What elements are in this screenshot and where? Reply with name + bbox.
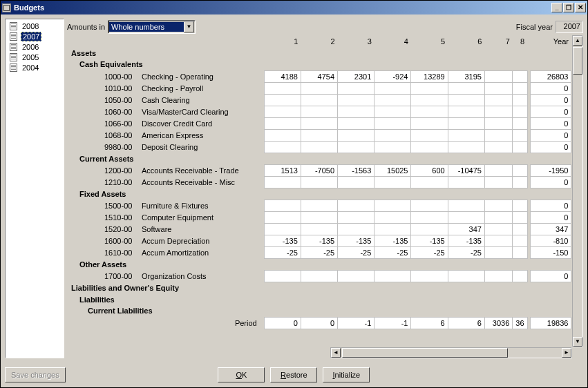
budget-cell[interactable] xyxy=(448,270,484,282)
sidebar-year-item[interactable]: 2008 xyxy=(8,21,61,31)
budget-cell[interactable] xyxy=(338,176,374,188)
budget-cell[interactable] xyxy=(484,117,512,129)
budget-cell[interactable] xyxy=(448,94,484,106)
horizontal-scrollbar[interactable]: ◄ ► xyxy=(330,347,572,358)
budget-cell[interactable] xyxy=(484,94,512,106)
year-total-cell[interactable]: 0 xyxy=(530,211,571,223)
budget-cell[interactable] xyxy=(484,129,512,141)
budget-cell[interactable]: -1563 xyxy=(338,164,374,176)
budget-cell[interactable]: -135 xyxy=(374,235,411,246)
scroll-down-icon[interactable]: ▼ xyxy=(573,337,582,347)
budget-cell[interactable] xyxy=(411,106,448,117)
budget-cell[interactable] xyxy=(374,211,411,223)
budget-cell[interactable]: -135 xyxy=(448,235,484,246)
budget-cell[interactable] xyxy=(374,141,411,153)
amounts-in-dropdown[interactable]: Whole numbers ▼ xyxy=(108,20,196,34)
budget-cell[interactable]: 1513 xyxy=(264,164,301,176)
budget-cell[interactable] xyxy=(338,129,374,141)
budget-cell[interactable] xyxy=(264,117,301,129)
budget-cell[interactable] xyxy=(513,211,527,223)
budget-cell[interactable] xyxy=(411,200,448,211)
budget-cell[interactable] xyxy=(513,270,527,282)
restore-button-footer[interactable]: Restore xyxy=(270,367,317,382)
budget-cell[interactable] xyxy=(484,223,512,235)
year-total-cell[interactable]: 0 xyxy=(530,117,571,129)
budget-cell[interactable] xyxy=(411,211,448,223)
budget-cell[interactable] xyxy=(264,200,301,211)
budget-cell[interactable] xyxy=(411,94,448,106)
scroll-left-icon[interactable]: ◄ xyxy=(331,348,341,358)
budget-cell[interactable] xyxy=(338,270,374,282)
budget-cell[interactable] xyxy=(448,141,484,153)
budget-cell[interactable]: -135 xyxy=(264,235,301,246)
year-total-cell[interactable]: 0 xyxy=(530,94,571,106)
budget-cell[interactable] xyxy=(448,211,484,223)
budget-cell[interactable] xyxy=(338,211,374,223)
budget-cell[interactable] xyxy=(484,106,512,117)
year-total-cell[interactable]: 0 xyxy=(530,141,571,153)
budget-cell[interactable]: -135 xyxy=(338,235,374,246)
year-total-cell[interactable]: -1950 xyxy=(530,164,571,176)
budget-cell[interactable] xyxy=(448,176,484,188)
budget-cell[interactable]: -135 xyxy=(411,235,448,246)
budget-cell[interactable]: -25 xyxy=(411,246,448,258)
budget-cell[interactable]: 4754 xyxy=(301,70,337,82)
sidebar-year-item[interactable]: 2005 xyxy=(8,52,61,62)
budget-cell[interactable] xyxy=(513,176,527,188)
budget-cell[interactable] xyxy=(411,270,448,282)
budget-cell[interactable] xyxy=(411,117,448,129)
budget-cell[interactable] xyxy=(513,129,527,141)
initialize-button[interactable]: Initialize xyxy=(323,367,370,382)
budget-cell[interactable]: -25 xyxy=(448,246,484,258)
budget-cell[interactable] xyxy=(411,129,448,141)
budget-cell[interactable] xyxy=(301,129,337,141)
scroll-thumb[interactable] xyxy=(573,47,582,75)
budget-cell[interactable] xyxy=(448,117,484,129)
budget-cell[interactable] xyxy=(374,270,411,282)
budget-cell[interactable] xyxy=(264,211,301,223)
scroll-right-icon[interactable]: ► xyxy=(562,348,571,358)
save-changes-button[interactable]: Save changes xyxy=(5,367,66,382)
budget-cell[interactable]: 2301 xyxy=(338,70,374,82)
budget-cell[interactable]: 4188 xyxy=(264,70,301,82)
budget-cell[interactable] xyxy=(484,270,512,282)
budget-cell[interactable] xyxy=(484,164,512,176)
budget-cell[interactable] xyxy=(448,106,484,117)
budget-cell[interactable] xyxy=(338,200,374,211)
budget-cell[interactable]: -924 xyxy=(374,70,411,82)
budget-cell[interactable] xyxy=(338,82,374,94)
budget-cell[interactable] xyxy=(374,176,411,188)
titlebar[interactable]: Budgets _ ❐ ✕ xyxy=(1,1,587,14)
budget-cell[interactable] xyxy=(411,223,448,235)
budget-cell[interactable] xyxy=(264,223,301,235)
year-total-cell[interactable]: 0 xyxy=(530,82,571,94)
year-total-cell[interactable]: 0 xyxy=(530,176,571,188)
budget-cell[interactable] xyxy=(513,94,527,106)
budget-cell[interactable]: -25 xyxy=(264,246,301,258)
budget-cell[interactable] xyxy=(484,246,512,258)
budget-cell[interactable]: -25 xyxy=(374,246,411,258)
budget-cell[interactable] xyxy=(264,82,301,94)
budget-cell[interactable]: 347 xyxy=(448,223,484,235)
budget-cell[interactable] xyxy=(374,129,411,141)
restore-button[interactable]: ❐ xyxy=(563,3,574,12)
budget-cell[interactable] xyxy=(264,141,301,153)
budget-cell[interactable] xyxy=(301,176,337,188)
budget-cell[interactable] xyxy=(448,200,484,211)
sidebar-year-item[interactable]: 2006 xyxy=(8,41,61,52)
budget-cell[interactable] xyxy=(484,235,512,246)
budget-cell[interactable]: -10475 xyxy=(448,164,484,176)
budget-cell[interactable]: -7050 xyxy=(301,164,337,176)
budget-cell[interactable] xyxy=(374,200,411,211)
budget-cell[interactable] xyxy=(374,106,411,117)
budget-cell[interactable] xyxy=(338,141,374,153)
budget-cell[interactable] xyxy=(374,82,411,94)
budget-cell[interactable] xyxy=(411,82,448,94)
budget-cell[interactable] xyxy=(484,200,512,211)
budget-cell[interactable]: -25 xyxy=(338,246,374,258)
budget-cell[interactable] xyxy=(513,70,527,82)
budget-cell[interactable] xyxy=(264,176,301,188)
ok-button[interactable]: OK xyxy=(218,367,265,382)
year-total-cell[interactable]: -150 xyxy=(530,246,571,258)
budget-cell[interactable] xyxy=(513,235,527,246)
